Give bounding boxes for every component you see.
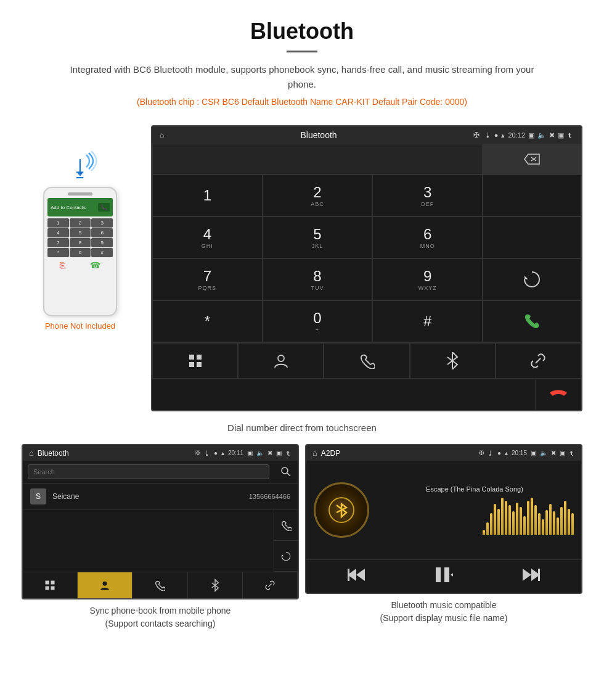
pb-refresh-icon xyxy=(280,551,292,562)
eq-bar xyxy=(505,501,507,535)
grid-view-button[interactable] xyxy=(152,343,238,379)
key-5-sub: JKL xyxy=(312,243,324,249)
svg-rect-15 xyxy=(46,587,49,590)
next-track-button[interactable] xyxy=(523,567,540,585)
phone-button[interactable] xyxy=(324,343,409,379)
play-pause-icon xyxy=(435,566,453,583)
music-x-icon[interactable]: ✖ xyxy=(551,450,556,456)
eq-bar xyxy=(512,511,515,535)
call-answer-button[interactable] xyxy=(483,300,581,342)
dial-key-5[interactable]: 5 JKL xyxy=(263,216,373,258)
backspace-icon xyxy=(523,153,541,165)
svg-rect-27 xyxy=(538,569,540,581)
dial-key-star[interactable]: * xyxy=(152,300,263,342)
contact-row[interactable]: S Seicane 13566664466 xyxy=(23,484,298,510)
contact-name: Seicane xyxy=(52,492,243,501)
search-icon-btn[interactable] xyxy=(274,461,298,484)
search-input[interactable] xyxy=(28,464,269,479)
end-call-button[interactable] xyxy=(535,379,581,410)
back-icon[interactable]: ⮬ xyxy=(567,131,574,139)
contact-number: 13566664466 xyxy=(249,493,290,500)
music-back-icon[interactable]: ⮬ xyxy=(569,450,575,456)
svg-point-10 xyxy=(282,467,288,474)
dial-key-6[interactable]: 6 MNO xyxy=(372,216,483,258)
pb-bottom-bar xyxy=(23,572,298,598)
pb-grid-btn[interactable] xyxy=(23,572,78,598)
eq-bar xyxy=(523,516,526,535)
eq-bar xyxy=(516,503,518,535)
answer-call-icon xyxy=(522,311,542,331)
dial-key-4[interactable]: 4 GHI xyxy=(152,216,263,258)
window-icon[interactable]: ▣ xyxy=(558,131,564,139)
phone-not-included-label: Phone Not Included xyxy=(45,321,115,331)
eq-bar xyxy=(501,498,504,535)
dial-key-7[interactable]: 7 PQRS xyxy=(152,258,263,300)
pb-x-icon[interactable]: ✖ xyxy=(267,450,272,456)
dial-key-2[interactable]: 2 ABC xyxy=(263,175,373,216)
dial-key-1[interactable]: 1 xyxy=(152,175,263,216)
pb-side-buttons xyxy=(274,510,298,572)
dial-key-3[interactable]: 3 DEF xyxy=(372,175,483,216)
home-icon[interactable]: ⌂ xyxy=(160,131,164,139)
link-icon xyxy=(529,352,547,369)
dial-right-1 xyxy=(483,175,581,216)
dialpad-grid: 1 2 ABC 3 DEF 4 GHI 5 JKL 6 xyxy=(152,175,581,342)
pb-vol-icon[interactable]: 🔈 xyxy=(256,450,264,456)
phonebook-caption-line1: Sync phone-book from mobile phone xyxy=(90,606,231,616)
pb-home-icon[interactable]: ⌂ xyxy=(29,448,34,458)
music-main-area: Escape (The Pina Colada Song) xyxy=(306,461,581,559)
pb-status-bar: ⌂ Bluetooth ✠ ⭳ ● ▴ 20:11 ▣ 🔈 ✖ ▣ ⮬ xyxy=(23,445,298,461)
pb-phone-side-btn[interactable] xyxy=(274,510,298,541)
play-pause-button[interactable] xyxy=(435,566,453,587)
phonebook-caption-line2: (Support contacts searching) xyxy=(105,619,216,628)
prev-track-button[interactable] xyxy=(348,567,365,585)
contacts-icon xyxy=(273,353,289,369)
phone-key-6: 6 xyxy=(91,228,113,237)
music-cam-icon[interactable]: ▣ xyxy=(531,450,536,456)
svg-marker-25 xyxy=(523,569,531,581)
redial-button[interactable] xyxy=(483,258,581,300)
phone-icon xyxy=(359,353,375,369)
pb-back-icon[interactable]: ⮬ xyxy=(285,450,292,456)
music-caption-line2: (Support display music file name) xyxy=(380,613,508,623)
eq-bar xyxy=(531,498,533,535)
speaker-bar xyxy=(68,192,92,196)
camera-icon[interactable]: ▣ xyxy=(528,131,534,139)
eq-bar xyxy=(557,517,559,535)
music-status-bar: ⌂ A2DP ✠ ⭳ ● ▴ 20:15 ▣ 🔈 ✖ ▣ ⮬ xyxy=(306,445,581,461)
pb-contacts-btn[interactable] xyxy=(78,572,133,598)
key-8-sub: TUV xyxy=(311,285,324,291)
eq-bar xyxy=(494,504,496,535)
music-win-icon[interactable]: ▣ xyxy=(560,450,565,456)
music-home-icon[interactable]: ⌂ xyxy=(312,448,317,458)
pb-phone-btn[interactable] xyxy=(133,572,187,598)
status-icons: ⭳ ● ▴ 20:12 ▣ 🔈 ✖ ▣ ⮬ xyxy=(484,131,574,139)
pb-phone-dial-icon xyxy=(154,580,165,591)
pb-win-icon[interactable]: ▣ xyxy=(276,450,282,456)
dial-key-0[interactable]: 0 + xyxy=(263,300,373,342)
music-caption: Bluetooth music compatible (Support disp… xyxy=(377,594,511,625)
dial-key-8[interactable]: 8 TUV xyxy=(263,258,373,300)
volume-icon[interactable]: 🔈 xyxy=(537,131,546,139)
pb-refresh-side-btn[interactable] xyxy=(274,541,298,572)
music-usb-icon: ✠ xyxy=(479,450,484,456)
dial-right-2 xyxy=(483,216,581,258)
phone-call-green: ☎ xyxy=(90,260,100,270)
dial-key-9[interactable]: 9 WXYZ xyxy=(372,258,483,300)
pb-cam-icon[interactable]: ▣ xyxy=(247,450,253,456)
pb-link-btn[interactable] xyxy=(243,572,298,598)
usb-icon: ✠ xyxy=(473,131,480,139)
link-button[interactable] xyxy=(496,343,581,379)
pb-bt-btn[interactable] xyxy=(188,572,243,598)
dial-key-hash[interactable]: # xyxy=(372,300,483,342)
dialpad-screen-title: Bluetooth xyxy=(169,130,468,140)
contacts-button[interactable] xyxy=(238,343,324,379)
close-icon[interactable]: ✖ xyxy=(549,131,555,139)
bluetooth-status-icon: ⭳ xyxy=(484,131,491,139)
svg-marker-24 xyxy=(451,570,453,580)
backspace-button[interactable] xyxy=(483,144,581,175)
key-3-num: 3 xyxy=(423,184,431,201)
pb-contacts-icon xyxy=(99,580,110,591)
music-vol-icon[interactable]: 🔈 xyxy=(540,450,547,456)
bluetooth-button[interactable] xyxy=(410,343,496,379)
